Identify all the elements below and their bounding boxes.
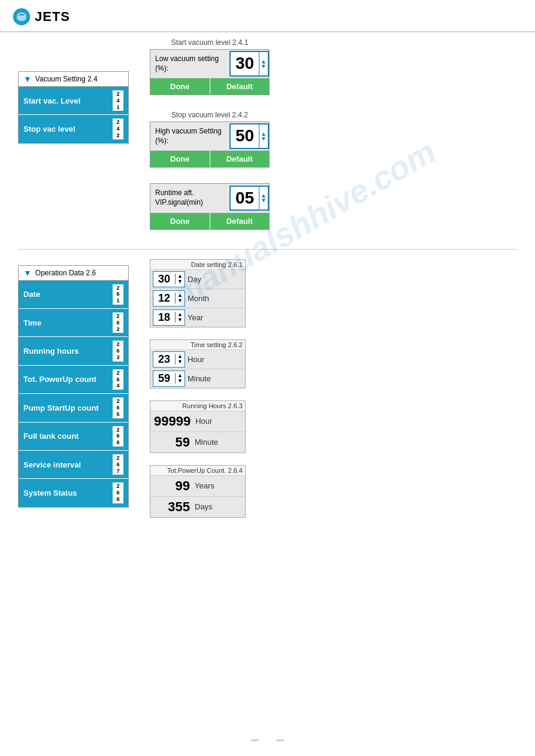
time-minute-row: 59 ▲ ▼ Minute — [150, 369, 245, 388]
time-minute-spinner[interactable]: ▲ ▼ — [175, 373, 185, 384]
time-hour-label: Hour — [188, 355, 214, 364]
start-vacuum-title: Start vacuum level 2.4.1 — [150, 38, 270, 47]
running-hours-hour-value: 99999 — [154, 414, 191, 429]
powerup-count-title: Tot.PowerUp Count. 2.6.4 — [150, 466, 245, 476]
menu-item-running-hours[interactable]: Running hours 263 — [19, 337, 128, 365]
date-year-spinner[interactable]: ▲ ▼ — [175, 312, 185, 323]
start-vacuum-down-icon[interactable]: ▼ — [261, 64, 267, 69]
date-day-value-box: 30 ▲ ▼ — [153, 271, 185, 287]
date-day-spinner[interactable]: ▲ ▼ — [175, 274, 185, 284]
vacuum-menu-list: ▼ Vacuum Setting 2.4 Start vac. Level 24… — [18, 71, 129, 144]
date-month-value: 12 — [153, 291, 175, 306]
time-hour-row: 23 ▲ ▼ Hour — [150, 350, 245, 369]
operation-panels: Date setting 2.6.1 30 ▲ ▼ Day 12 ▲ ▼ — [150, 259, 246, 524]
start-vacuum-default-button[interactable]: Default — [210, 78, 270, 95]
stop-vacuum-default-button[interactable]: Default — [210, 151, 270, 167]
menu-item-date[interactable]: Date 261 — [19, 281, 128, 309]
date-month-spinner[interactable]: ▲ ▼ — [175, 293, 185, 303]
runtime-value-row: 05 ▲ ▼ — [229, 186, 269, 211]
menu-item-start-vac-num: 241 — [113, 90, 123, 111]
date-month-row: 12 ▲ ▼ Month — [150, 289, 245, 308]
date-month-down-icon[interactable]: ▼ — [177, 298, 183, 303]
stop-vacuum-setting: High vacuum Setting (%): 50 ▲ ▼ Done Def… — [150, 122, 270, 168]
time-minute-down-icon[interactable]: ▼ — [177, 378, 183, 384]
running-hours-minute-value: 59 — [154, 435, 190, 450]
time-hour-value-box: 23 ▲ ▼ — [153, 351, 185, 368]
date-day-label: Day — [188, 275, 214, 284]
date-year-row: 18 ▲ ▼ Year — [150, 308, 245, 327]
running-hours-hour-row: 99999 Hour — [150, 411, 245, 432]
stop-vacuum-label: High vacuum Setting (%): — [150, 122, 229, 150]
menu-item-system-status[interactable]: System Status 268 — [19, 479, 128, 506]
start-vacuum-panel: Start vacuum level 2.4.1 Low vacuum sett… — [150, 38, 270, 105]
runtime-spinner[interactable]: ▲ ▼ — [259, 187, 268, 210]
footer-page2: — — [277, 736, 284, 744]
time-minute-value-box: 59 ▲ ▼ — [153, 371, 185, 387]
date-setting-panel: Date setting 2.6.1 30 ▲ ▼ Day 12 ▲ ▼ — [150, 259, 246, 327]
runtime-value: 05 — [231, 187, 259, 210]
stop-vacuum-panel: Stop vacuum level 2.4.2 High vacuum Sett… — [150, 111, 270, 177]
date-day-down-icon[interactable]: ▼ — [177, 279, 183, 284]
vacuum-menu-title: Vacuum Setting 2.4 — [35, 75, 98, 83]
date-year-down-icon[interactable]: ▼ — [177, 317, 183, 323]
date-day-value: 30 — [153, 272, 175, 287]
menu-item-pump-startup[interactable]: Pump StartUp count 265 — [19, 394, 128, 422]
stop-vacuum-spinner[interactable]: ▲ ▼ — [259, 125, 268, 148]
powerup-years-row: 99 Years — [150, 476, 245, 497]
time-hour-value: 23 — [153, 352, 175, 367]
runtime-label: Runtime aft. VIP.signal(min) — [150, 184, 229, 212]
date-year-label: Year — [188, 313, 214, 322]
running-hours-title: Running Hours 2.6.3 — [150, 401, 245, 411]
stop-vacuum-down-icon[interactable]: ▼ — [261, 136, 267, 141]
arrow-icon: ▼ — [23, 74, 32, 84]
operation-menu-list: ▼ Operation Data 2.6 Date 261 Time 262 R… — [18, 265, 129, 508]
runtime-panel: Runtime aft. VIP.signal(min) 05 ▲ ▼ Done… — [150, 183, 270, 239]
powerup-days-value: 355 — [154, 499, 190, 515]
vacuum-menu: ▼ Vacuum Setting 2.4 Start vac. Level 24… — [18, 38, 138, 239]
menu-item-service-num: 267 — [113, 454, 123, 475]
menu-item-running-hours-num: 263 — [113, 341, 123, 361]
stop-vacuum-done-button[interactable]: Done — [150, 151, 210, 167]
menu-item-time[interactable]: Time 262 — [19, 309, 128, 337]
menu-item-time-num: 262 — [113, 312, 123, 333]
start-vacuum-row: Low vacuum setting (%): 30 ▲ ▼ — [150, 50, 269, 78]
powerup-years-value: 99 — [154, 478, 190, 494]
operation-menu-header: ▼ Operation Data 2.6 — [19, 266, 128, 281]
operation-section: ▼ Operation Data 2.6 Date 261 Time 262 R… — [0, 259, 535, 524]
menu-item-system-status-num: 268 — [113, 482, 123, 503]
start-vacuum-done-button[interactable]: Done — [150, 78, 210, 95]
powerup-count-panel: Tot.PowerUp Count. 2.6.4 99 Years 355 Da… — [150, 465, 246, 518]
stop-vacuum-value-row: 50 ▲ ▼ — [229, 123, 269, 149]
runtime-done-button[interactable]: Done — [150, 213, 210, 229]
menu-item-service-label: Service interval — [23, 460, 81, 469]
time-hour-spinner[interactable]: ▲ ▼ — [175, 354, 185, 365]
menu-item-full-tank[interactable]: Full tank count 266 — [19, 423, 128, 451]
menu-item-stop-vac-label: Stop vac level — [23, 125, 75, 133]
menu-item-service[interactable]: Service interval 267 — [19, 451, 128, 479]
runtime-down-icon[interactable]: ▼ — [261, 198, 267, 203]
menu-item-powerup[interactable]: Tot. PowerUp count 264 — [19, 366, 128, 394]
menu-item-stop-vac[interactable]: Stop vac level 242 — [19, 115, 128, 142]
runtime-setting: Runtime aft. VIP.signal(min) 05 ▲ ▼ Done… — [150, 183, 270, 229]
runtime-default-button[interactable]: Default — [210, 213, 270, 229]
running-hours-minute-row: 59 Minute — [150, 432, 245, 453]
powerup-days-label: Days — [195, 502, 213, 511]
date-setting-title: Date setting 2.6.1 — [150, 260, 245, 270]
logo: JETS — [12, 7, 70, 26]
footer-page1: — — [252, 736, 259, 744]
menu-item-date-label: Date — [23, 290, 40, 299]
date-year-value-box: 18 ▲ ▼ — [153, 309, 185, 326]
menu-item-start-vac-label: Start vac. Level — [23, 96, 80, 105]
date-day-row: 30 ▲ ▼ Day — [150, 270, 245, 289]
time-hour-down-icon[interactable]: ▼ — [177, 359, 183, 365]
start-vacuum-spinner[interactable]: ▲ ▼ — [259, 52, 268, 75]
svg-point-1 — [17, 13, 26, 21]
menu-item-start-vac[interactable]: Start vac. Level 241 — [19, 87, 128, 115]
menu-item-running-hours-label: Running hours — [23, 347, 78, 356]
menu-item-pump-startup-label: Pump StartUp count — [23, 403, 99, 412]
logo-icon — [12, 7, 31, 26]
menu-item-time-label: Time — [23, 318, 41, 327]
menu-item-full-tank-label: Full tank count — [23, 432, 78, 441]
time-minute-value: 59 — [153, 371, 175, 386]
runtime-row: Runtime aft. VIP.signal(min) 05 ▲ ▼ — [150, 184, 269, 212]
